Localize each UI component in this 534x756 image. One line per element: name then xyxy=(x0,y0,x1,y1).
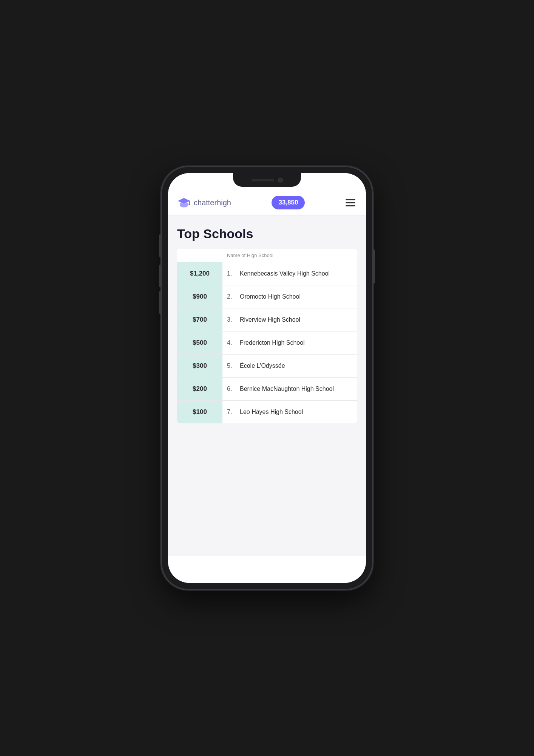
hamburger-line-2 xyxy=(346,202,355,203)
school-name: École L'Odyssée xyxy=(240,363,285,369)
table-row: $1007.Leo Hayes High School xyxy=(177,400,357,423)
school-name: Oromocto High School xyxy=(240,293,301,300)
notch-camera xyxy=(278,178,283,183)
hamburger-menu[interactable] xyxy=(346,199,355,206)
prize-cell: $100 xyxy=(177,401,222,423)
prize-cell: $200 xyxy=(177,378,222,400)
logo-area: chatterhigh xyxy=(177,196,231,209)
school-name: Riverview High School xyxy=(240,316,300,323)
school-rank: 3. xyxy=(227,316,237,323)
notch xyxy=(233,173,301,187)
school-cell: 2.Oromocto High School xyxy=(222,285,357,308)
school-name: Leo Hayes High School xyxy=(240,409,303,415)
school-cell: 7.Leo Hayes High School xyxy=(222,401,357,423)
school-rank: 1. xyxy=(227,270,237,277)
school-name: Fredericton High School xyxy=(240,339,305,346)
screen-content: chatterhigh 33,850 Top Schools xyxy=(168,173,366,583)
score-badge: 33,850 xyxy=(272,196,305,209)
school-column-header: Name of High School xyxy=(222,253,357,258)
table-row: $3005.École L'Odyssée xyxy=(177,354,357,377)
school-rank: 4. xyxy=(227,339,237,346)
table-row: $5004.Fredericton High School xyxy=(177,331,357,354)
school-rank: 2. xyxy=(227,293,237,300)
table-body: $1,2001.Kennebecasis Valley High School$… xyxy=(177,262,357,423)
school-cell: 5.École L'Odyssée xyxy=(222,355,357,377)
school-rank: 6. xyxy=(227,386,237,392)
school-cell: 4.Fredericton High School xyxy=(222,332,357,354)
prize-cell: $700 xyxy=(177,308,222,331)
prize-cell: $900 xyxy=(177,285,222,308)
hamburger-line-3 xyxy=(346,205,355,206)
hamburger-line-1 xyxy=(346,199,355,200)
table-header: Name of High School xyxy=(177,249,357,262)
phone-wrapper: chatterhigh 33,850 Top Schools xyxy=(161,166,373,590)
school-rank: 7. xyxy=(227,409,237,415)
school-cell: 1.Kennebecasis Valley High School xyxy=(222,262,357,285)
main-content: Top Schools Name of High School $1,2001.… xyxy=(168,216,366,556)
page-title: Top Schools xyxy=(177,226,357,241)
phone-frame: chatterhigh 33,850 Top Schools xyxy=(161,166,373,590)
notch-speaker xyxy=(252,179,274,181)
school-rank: 5. xyxy=(227,363,237,369)
svg-point-0 xyxy=(188,203,190,205)
phone-screen: chatterhigh 33,850 Top Schools xyxy=(168,173,366,583)
school-cell: 3.Riverview High School xyxy=(222,308,357,331)
graduation-cap-icon xyxy=(177,196,191,209)
school-cell: 6.Bernice MacNaughton High School xyxy=(222,378,357,400)
school-name: Bernice MacNaughton High School xyxy=(240,386,334,392)
prize-cell: $1,200 xyxy=(177,262,222,285)
prize-cell: $300 xyxy=(177,355,222,377)
school-name: Kennebecasis Valley High School xyxy=(240,270,330,277)
app-name: chatterhigh xyxy=(194,198,231,207)
table-row: $7003.Riverview High School xyxy=(177,308,357,331)
table-row: $1,2001.Kennebecasis Valley High School xyxy=(177,262,357,285)
table-row: $9002.Oromocto High School xyxy=(177,285,357,308)
prize-cell: $500 xyxy=(177,332,222,354)
table-row: $2006.Bernice MacNaughton High School xyxy=(177,377,357,400)
schools-table: Name of High School $1,2001.Kennebecasis… xyxy=(177,249,357,423)
